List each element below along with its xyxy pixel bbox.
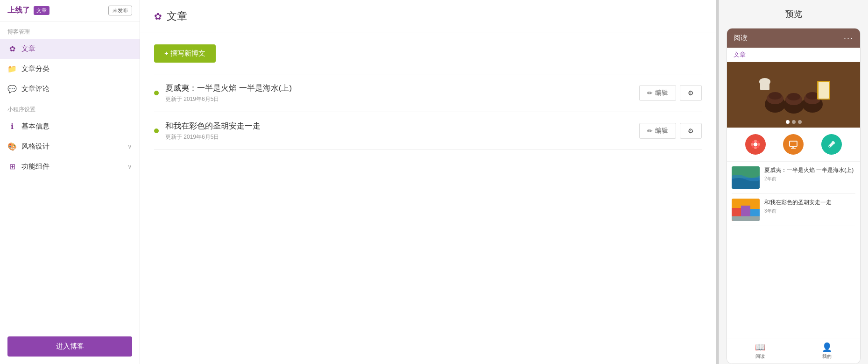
more-dots-icon: ··· bbox=[844, 33, 854, 43]
svg-rect-24 bbox=[792, 147, 794, 148]
phone-article-time: 2年前 bbox=[764, 176, 855, 182]
svg-point-16 bbox=[751, 143, 754, 146]
muffin-svg bbox=[756, 71, 831, 118]
pencil-icon: ✏ bbox=[647, 127, 653, 135]
settings-button[interactable]: ⚙ bbox=[680, 123, 702, 139]
article-thumbnail bbox=[732, 166, 760, 189]
sidebar-item-basic-info[interactable]: ℹ 基本信息 bbox=[0, 116, 140, 136]
chevron-down-icon: ∨ bbox=[127, 163, 132, 170]
banner-dot-2 bbox=[792, 120, 796, 124]
settings-button[interactable]: ⚙ bbox=[680, 85, 702, 101]
enter-blog-button[interactable]: 进入博客 bbox=[7, 336, 132, 357]
preview-title: 预览 bbox=[719, 0, 868, 28]
svg-point-8 bbox=[806, 92, 819, 100]
sidebar-item-label: 文章分类 bbox=[21, 64, 132, 73]
sidebar-header: 上线了 文章 未发布 bbox=[0, 0, 140, 21]
sidebar-item-components[interactable]: ⊞ 功能组件 ∨ bbox=[0, 157, 140, 177]
folder-icon: 📁 bbox=[7, 64, 17, 73]
banner-dots bbox=[786, 120, 802, 124]
phone-bottom-read[interactable]: 📖 阅读 bbox=[727, 342, 794, 360]
status-dot bbox=[154, 91, 159, 95]
sidebar-bottom: 进入博客 bbox=[0, 329, 140, 364]
svg-rect-33 bbox=[732, 216, 760, 221]
sidebar-item-label: 风格设计 bbox=[21, 142, 123, 151]
svg-point-21 bbox=[756, 146, 759, 148]
svg-point-5 bbox=[787, 93, 800, 100]
sidebar-item-comments[interactable]: 💬 文章评论 bbox=[0, 79, 140, 99]
svg-point-2 bbox=[769, 92, 782, 100]
edit-button[interactable]: ✏ 编辑 bbox=[639, 85, 676, 101]
phone-article-title: 和我在彩色的圣胡安走一走 bbox=[764, 199, 855, 207]
colorful-street-image bbox=[732, 199, 760, 221]
phone-icons-row bbox=[727, 128, 860, 162]
main-header: ✿ 文章 bbox=[140, 0, 716, 33]
banner-image bbox=[727, 62, 860, 128]
svg-point-14 bbox=[754, 140, 757, 143]
article-header-icon: ✿ bbox=[154, 11, 162, 22]
palette-icon: 🎨 bbox=[7, 142, 17, 151]
wrench-icon-circle bbox=[821, 134, 842, 155]
table-row: 和我在彩色的圣胡安走一走 更新于 2019年6月5日 ✏ 编辑 ⚙ bbox=[154, 112, 702, 150]
new-post-button[interactable]: + 撰写新博文 bbox=[154, 44, 216, 63]
coast-image bbox=[732, 166, 760, 189]
gear-icon: ⚙ bbox=[688, 127, 694, 135]
list-item: 夏威夷：一半是火焰 一半是海水(上) 2年前 bbox=[732, 162, 855, 194]
phone-article-list: 夏威夷：一半是火焰 一半是海水(上) 2年前 和我在彩色的圣胡安走一走 bbox=[727, 162, 860, 338]
article-title: 夏威夷：一半是火焰 一半是海水(上) bbox=[165, 83, 633, 93]
flower-icon-circle bbox=[745, 134, 766, 155]
svg-point-15 bbox=[754, 146, 757, 149]
wrench-icon bbox=[826, 139, 837, 150]
svg-rect-12 bbox=[760, 82, 769, 90]
article-icon: ✿ bbox=[7, 44, 17, 53]
phone-bottom-bar: 📖 阅读 👤 我的 bbox=[727, 338, 860, 364]
article-actions: ✏ 编辑 ⚙ bbox=[639, 85, 702, 101]
article-actions: ✏ 编辑 ⚙ bbox=[639, 123, 702, 139]
edit-button[interactable]: ✏ 编辑 bbox=[639, 123, 676, 139]
profile-label: 我的 bbox=[822, 353, 832, 360]
svg-point-17 bbox=[757, 143, 760, 146]
sidebar-item-categories[interactable]: 📁 文章分类 bbox=[0, 59, 140, 79]
svg-point-26 bbox=[829, 146, 830, 147]
svg-point-13 bbox=[754, 143, 757, 146]
main-content: ✿ 文章 + 撰写新博文 夏威夷：一半是火焰 一半是海水(上) 更新于 2019… bbox=[140, 0, 716, 364]
phone-bottom-profile[interactable]: 👤 我的 bbox=[794, 342, 861, 360]
phone-article-title: 夏威夷：一半是火焰 一半是海水(上) bbox=[764, 166, 855, 174]
sidebar-item-articles[interactable]: ✿ 文章 bbox=[0, 39, 140, 59]
phone-nav-label: 文章 bbox=[734, 51, 746, 58]
phone-mockup: 阅读 ··· 文章 bbox=[727, 28, 861, 364]
svg-point-20 bbox=[752, 146, 754, 148]
chevron-down-icon: ∨ bbox=[127, 143, 132, 150]
flower-icon bbox=[750, 139, 761, 150]
svg-rect-10 bbox=[819, 82, 829, 99]
comment-icon: 💬 bbox=[7, 85, 17, 93]
banner-dot-1 bbox=[786, 120, 790, 124]
status-dot bbox=[154, 128, 159, 133]
sidebar-item-label: 功能组件 bbox=[21, 162, 123, 171]
monitor-icon bbox=[788, 139, 798, 150]
svg-rect-23 bbox=[790, 142, 797, 146]
article-thumbnail bbox=[732, 199, 760, 221]
sidebar-item-label: 基本信息 bbox=[21, 122, 132, 131]
status-badge: 未发布 bbox=[108, 6, 132, 15]
phone-header: 阅读 ··· bbox=[727, 29, 860, 48]
sidebar-item-style-design[interactable]: 🎨 风格设计 ∨ bbox=[0, 136, 140, 157]
section-label-miniapp: 小程序设置 bbox=[0, 99, 140, 116]
phone-article-info: 和我在彩色的圣胡安走一走 3年前 bbox=[764, 199, 855, 214]
main-body: + 撰写新博文 夏威夷：一半是火焰 一半是海水(上) 更新于 2019年6月5日… bbox=[140, 33, 716, 364]
svg-rect-25 bbox=[791, 148, 796, 149]
sidebar: 上线了 文章 未发布 博客管理 ✿ 文章 📁 文章分类 💬 文章评论 小程序设置… bbox=[0, 0, 140, 364]
phone-article-info: 夏威夷：一半是火焰 一半是海水(上) 2年前 bbox=[764, 166, 855, 182]
svg-point-19 bbox=[756, 141, 759, 143]
info-icon: ℹ bbox=[7, 122, 17, 131]
list-item: 和我在彩色的圣胡安走一走 3年前 bbox=[732, 194, 855, 226]
monitor-icon-circle bbox=[783, 134, 804, 155]
banner-dot-3 bbox=[798, 120, 802, 124]
preview-panel: 预览 阅读 ··· 文章 bbox=[719, 0, 868, 364]
grid-icon: ⊞ bbox=[7, 162, 17, 171]
article-info: 和我在彩色的圣胡安走一走 更新于 2019年6月5日 bbox=[165, 121, 633, 141]
sidebar-item-label: 文章 bbox=[21, 44, 132, 53]
read-label: 阅读 bbox=[755, 353, 765, 360]
app-logo: 上线了 bbox=[7, 6, 30, 15]
article-list: 夏威夷：一半是火焰 一半是海水(上) 更新于 2019年6月5日 ✏ 编辑 ⚙ bbox=[154, 74, 702, 150]
phone-article-time: 3年前 bbox=[764, 208, 855, 214]
